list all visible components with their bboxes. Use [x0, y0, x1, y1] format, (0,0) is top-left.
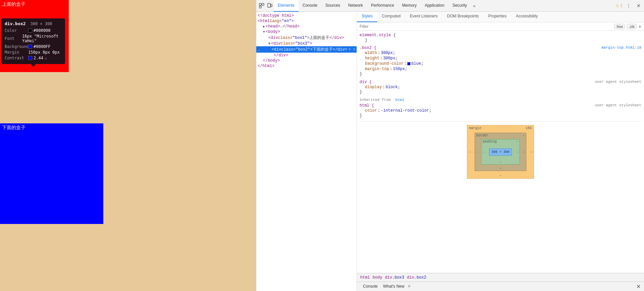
tab-sources[interactable]: Sources: [321, 0, 344, 12]
dom-line-doctype[interactable]: <!doctype html>: [256, 13, 357, 18]
tab-network[interactable]: Network: [344, 0, 367, 12]
main-layout: 上面的盒子 div.box2 300 × 300 Color #000000 F…: [0, 0, 644, 291]
tooltip-contrast-label: Contrast: [5, 56, 28, 60]
subtab-properties[interactable]: Properties: [483, 12, 511, 22]
dom-line-body-close[interactable]: </body>: [256, 58, 357, 63]
devtools-tabs: Elements Console Sources Network Perform…: [256, 0, 644, 12]
breadcrumb-box3[interactable]: div.box3: [384, 275, 406, 280]
settings-icon[interactable]: ⋮: [625, 2, 633, 10]
red-box-label: 上面的盒子: [0, 0, 69, 9]
padding-left: –: [482, 150, 484, 154]
dom-line-head[interactable]: ▶ <head>…</head>: [256, 24, 357, 29]
filter-input[interactable]: [360, 24, 614, 29]
border-bottom: –: [499, 166, 501, 170]
subtab-accessibility[interactable]: Accessibility: [511, 12, 542, 22]
div-rule-block: user agent stylesheet div { display:bloc…: [360, 80, 641, 95]
color-swatch-blue: [28, 45, 32, 49]
color-swatch-blue2: [28, 56, 32, 60]
breadcrumb-box2[interactable]: div.box2: [406, 275, 428, 280]
svg-rect-4: [271, 4, 272, 7]
svg-rect-0: [259, 3, 261, 5]
dom-line-box1[interactable]: <div class="box1">上面的盒子</div>: [256, 35, 357, 41]
subtab-dom-breakpoints[interactable]: DOM Breakpoints: [442, 12, 484, 22]
more-options-icon[interactable]: ✕: [635, 2, 643, 10]
svg-rect-1: [262, 3, 264, 5]
margin-bottom: –: [499, 174, 501, 177]
tooltip-margin-label: Margin: [5, 50, 28, 55]
devtools-panel: Elements Console Sources Network Perform…: [256, 0, 644, 291]
element-style-selector: element.style: [360, 33, 393, 38]
dom-line-box3-open[interactable]: ▼ <div class="box3">: [256, 41, 357, 46]
add-style-button[interactable]: +: [639, 24, 641, 29]
tooltip-contrast-row: Contrast 2.44 ⚠: [5, 56, 62, 60]
html-source: user agent stylesheet: [595, 103, 641, 107]
whats-new-tab[interactable]: What's New ✕: [380, 283, 414, 290]
box-model-area: margin 150 – – – border: [360, 121, 641, 182]
subtab-event-listeners[interactable]: Event Listeners: [405, 12, 442, 22]
box2-prop-width: width:300px;: [360, 50, 641, 56]
devtools-breadcrumb: html body div.box3 div.box2: [357, 273, 644, 282]
element-style-block: element.style { }: [360, 33, 641, 43]
border-label: border: [476, 134, 488, 137]
box2-rule-block: margin-top.html:18 .box2 { width:300px; …: [360, 46, 641, 76]
tooltip-color-label: Color: [5, 28, 28, 33]
tab-elements[interactable]: Elements: [274, 0, 299, 12]
margin-label: margin: [469, 126, 481, 130]
tooltip-margin-row: Margin 150px 0px 0px: [5, 50, 62, 55]
breadcrumb-html[interactable]: html: [359, 275, 371, 280]
tab-console[interactable]: Console: [299, 0, 321, 12]
hov-button[interactable]: :hov: [614, 24, 625, 29]
inspect-icon[interactable]: [258, 2, 266, 10]
contrast-warning-icon: ⚠: [45, 56, 47, 60]
margin-top-value: 150: [526, 126, 532, 130]
devtools-body: <!doctype html> <html lang="en"> ▶ <head…: [256, 12, 644, 291]
box2-prop-height: height:300px;: [360, 56, 641, 61]
tab-performance[interactable]: Performance: [367, 0, 398, 12]
html-selector: html {: [360, 103, 374, 108]
close-whats-new[interactable]: ✕: [408, 284, 411, 289]
tooltip-background-row: Background #0000FF: [5, 44, 62, 49]
color-swatch-black: [28, 28, 32, 33]
browser-viewport: 上面的盒子 div.box2 300 × 300 Color #000000 F…: [0, 0, 256, 291]
tooltip-color-value: #000000: [28, 28, 51, 33]
tab-memory[interactable]: Memory: [398, 0, 421, 12]
tooltip-font-row: Font 16px "Microsoft YaHei": [5, 34, 62, 43]
tab-application[interactable]: Application: [421, 0, 448, 12]
more-tabs-button[interactable]: »: [471, 2, 477, 10]
margin-left: –: [469, 150, 471, 154]
styles-panel: Styles Computed Event Listeners DOM Brea…: [357, 12, 644, 291]
div-prop-display: display:block;: [360, 84, 641, 90]
warning-badge[interactable]: ⚠ 1: [615, 3, 623, 8]
margin-right: –: [530, 150, 532, 154]
svg-rect-2: [259, 6, 261, 8]
inherited-label: Inherited from html: [360, 98, 641, 102]
filter-right: :hov .cls +: [614, 24, 641, 29]
box2-selector: .box2 {: [360, 46, 376, 50]
dom-line-box2[interactable]: … <div class="box2">下面的盒子</div> = =: [256, 46, 357, 53]
dom-line-box3-close[interactable]: </div>: [256, 53, 357, 58]
devtools-tab-icons: ⚠ 1 ⋮ ✕: [615, 2, 643, 10]
cls-button[interactable]: .cls: [627, 24, 637, 29]
inherited-tag[interactable]: html: [395, 98, 404, 102]
box2-source[interactable]: margin-top.html:18: [601, 46, 641, 50]
breadcrumb-body[interactable]: body: [371, 275, 384, 280]
tooltip-margin-value: 150px 0px 0px: [28, 50, 60, 55]
padding-label: padding: [483, 140, 497, 143]
dom-panel[interactable]: <!doctype html> <html lang="en"> ▶ <head…: [256, 12, 357, 291]
border-right: –: [523, 150, 525, 154]
dom-line-body-open[interactable]: ▼ <body>: [256, 29, 357, 35]
subtab-styles[interactable]: Styles: [357, 12, 377, 22]
blue-box-label: 下面的盒子: [0, 123, 103, 132]
border-top-value: –: [523, 134, 525, 137]
dom-line-html-close[interactable]: </html>: [256, 63, 357, 69]
dom-line-html[interactable]: <html lang="en">: [256, 18, 357, 24]
blue-box: 下面的盒子: [0, 123, 103, 224]
css-rules-area[interactable]: element.style { } margin-top.html:18 .bo…: [357, 31, 644, 273]
console-tab[interactable]: Console: [360, 283, 380, 290]
subtab-computed[interactable]: Computed: [377, 12, 405, 22]
device-toolbar-icon[interactable]: [266, 2, 274, 10]
close-devtools[interactable]: ✕: [636, 283, 641, 290]
element-style-close: }: [360, 38, 641, 43]
tab-security[interactable]: Security: [448, 0, 471, 12]
div-selector: div {: [360, 80, 372, 84]
